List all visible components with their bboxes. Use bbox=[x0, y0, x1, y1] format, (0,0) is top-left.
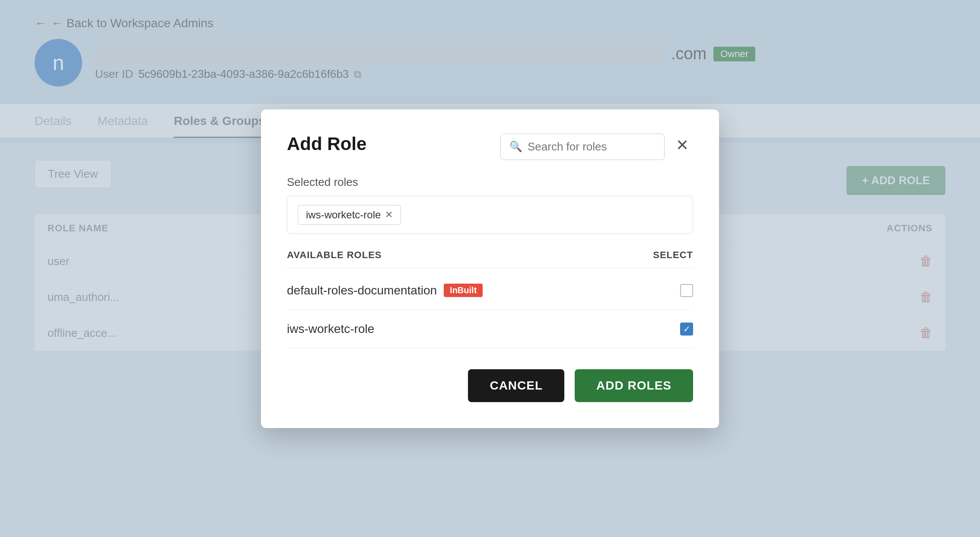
chip-label: iws-worketc-role bbox=[306, 209, 381, 221]
modal-search-area: 🔍 ✕ bbox=[500, 134, 693, 160]
inbuilt-badge: InBuilt bbox=[444, 284, 483, 297]
modal-title: Add Role bbox=[287, 134, 366, 154]
selected-roles-label: Selected roles bbox=[287, 176, 693, 189]
search-box: 🔍 bbox=[500, 134, 665, 160]
available-roles-header: AVAILABLE ROLES SELECT bbox=[287, 249, 693, 268]
close-button[interactable]: ✕ bbox=[671, 134, 693, 156]
role-name-1: default-roles-documentation InBuilt bbox=[287, 284, 483, 297]
modal-overlay: Add Role 🔍 ✕ Selected roles iws-worketc-… bbox=[0, 0, 980, 537]
available-roles-title: AVAILABLE ROLES bbox=[287, 249, 382, 261]
selected-roles-box: iws-worketc-role ✕ bbox=[287, 196, 693, 234]
add-role-modal: Add Role 🔍 ✕ Selected roles iws-worketc-… bbox=[261, 109, 719, 428]
role-name-2: iws-worketc-role bbox=[287, 322, 374, 336]
search-icon: 🔍 bbox=[509, 141, 522, 153]
modal-header: Add Role 🔍 ✕ bbox=[287, 134, 693, 160]
search-input[interactable] bbox=[528, 140, 655, 153]
checkbox-role-2[interactable]: ✓ bbox=[680, 323, 693, 336]
select-header: SELECT bbox=[653, 249, 693, 261]
role-row-2: iws-worketc-role ✓ bbox=[287, 310, 693, 348]
cancel-button[interactable]: CANCEL bbox=[468, 369, 564, 402]
checkbox-role-1[interactable] bbox=[680, 284, 693, 297]
role-row-1: default-roles-documentation InBuilt bbox=[287, 272, 693, 310]
modal-footer: CANCEL ADD ROLES bbox=[287, 369, 693, 402]
add-roles-button[interactable]: ADD ROLES bbox=[575, 369, 693, 402]
chip-remove-button[interactable]: ✕ bbox=[385, 209, 393, 221]
role-chip: iws-worketc-role ✕ bbox=[298, 205, 401, 225]
